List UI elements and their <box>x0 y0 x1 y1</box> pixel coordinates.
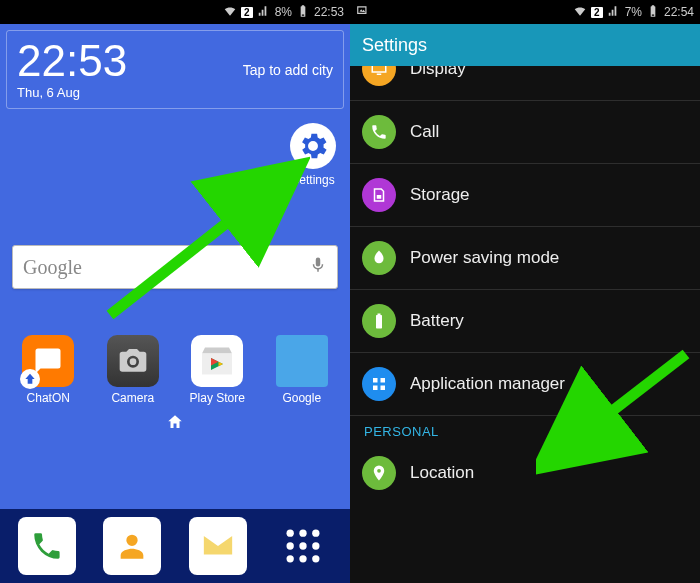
screenshot-icon <box>356 4 370 21</box>
power-saving-icon <box>362 241 396 275</box>
svg-point-7 <box>312 542 319 549</box>
svg-point-8 <box>287 555 294 562</box>
svg-point-6 <box>300 542 307 549</box>
settings-row-app-manager[interactable]: Application manager <box>350 353 700 416</box>
status-time: 22:54 <box>664 5 694 19</box>
svg-point-10 <box>312 555 319 562</box>
app-chaton[interactable]: ChatON <box>10 335 86 405</box>
svg-point-4 <box>312 530 319 537</box>
battery-icon <box>646 4 660 21</box>
clock-date: Thu, 6 Aug <box>17 85 127 100</box>
dock-apps[interactable] <box>274 517 332 575</box>
settings-section-personal: PERSONAL <box>350 416 700 441</box>
clock-weather-widget[interactable]: 22:53 Thu, 6 Aug Tap to add city <box>6 30 344 109</box>
apps-grid-icon <box>281 524 325 568</box>
app-label: Google <box>282 391 321 405</box>
app-label: Play Store <box>190 391 245 405</box>
settings-row-battery[interactable]: Battery <box>350 290 700 353</box>
app-google-folder[interactable]: Google <box>264 335 340 405</box>
settings-row-location[interactable]: Location <box>350 441 700 504</box>
settings-row-call[interactable]: Call <box>350 101 700 164</box>
mic-icon[interactable] <box>309 256 327 278</box>
app-camera[interactable]: Camera <box>95 335 171 405</box>
dock-contacts[interactable] <box>103 517 161 575</box>
call-icon <box>362 115 396 149</box>
battery-pct: 8% <box>275 5 292 19</box>
app-play-store[interactable]: Play Store <box>179 335 255 405</box>
home-screen: 2 8% 22:53 22:53 Thu, 6 Aug Tap to add c… <box>0 0 350 583</box>
sim-indicator: 2 <box>241 7 253 18</box>
status-time: 22:53 <box>314 5 344 19</box>
svg-rect-13 <box>381 378 386 383</box>
battery-pct: 7% <box>625 5 642 19</box>
app-bar: Settings <box>350 24 700 66</box>
settings-list[interactable]: Display Call Storage Power saving mode B… <box>350 66 700 583</box>
camera-icon <box>107 335 159 387</box>
sim-indicator: 2 <box>591 7 603 18</box>
settings-row-power-saving[interactable]: Power saving mode <box>350 227 700 290</box>
display-icon <box>362 66 396 86</box>
svg-point-9 <box>300 555 307 562</box>
settings-row-display[interactable]: Display <box>350 66 700 101</box>
settings-shortcut-label: Settings <box>290 173 336 187</box>
clock-time: 22:53 <box>17 39 127 83</box>
status-bar: 2 8% 22:53 <box>0 0 350 24</box>
dock-phone[interactable] <box>18 517 76 575</box>
location-icon <box>362 456 396 490</box>
dock-messages[interactable] <box>189 517 247 575</box>
signal-icon <box>257 4 271 21</box>
google-folder-icon <box>276 335 328 387</box>
settings-row-label: Battery <box>410 311 464 331</box>
svg-rect-12 <box>373 378 378 383</box>
svg-point-3 <box>300 530 307 537</box>
app-bar-title: Settings <box>362 35 427 56</box>
settings-row-label: Display <box>410 66 466 79</box>
status-bar: 2 7% 22:54 <box>350 0 700 24</box>
settings-row-label: Power saving mode <box>410 248 559 268</box>
svg-rect-15 <box>381 386 386 391</box>
settings-screen: 2 7% 22:54 Settings Display Call Storage… <box>350 0 700 583</box>
weather-hint[interactable]: Tap to add city <box>243 39 333 100</box>
dock <box>0 509 350 583</box>
svg-rect-14 <box>373 386 378 391</box>
signal-icon <box>607 4 621 21</box>
home-icon <box>166 413 184 431</box>
google-search-bar[interactable]: Google <box>12 245 338 289</box>
tutorial-arrow-1 <box>90 155 310 325</box>
app-manager-icon <box>362 367 396 401</box>
settings-row-label: Call <box>410 122 439 142</box>
wifi-icon <box>573 4 587 21</box>
settings-row-label: Application manager <box>410 374 565 394</box>
settings-shortcut[interactable]: Settings <box>290 123 336 187</box>
storage-icon <box>362 178 396 212</box>
chaton-icon <box>22 335 74 387</box>
page-indicator[interactable] <box>0 413 350 435</box>
app-row: ChatON Camera Play Store <box>0 335 350 405</box>
app-label: ChatON <box>27 391 70 405</box>
svg-point-5 <box>287 542 294 549</box>
svg-point-1 <box>129 358 136 365</box>
gear-icon <box>290 123 336 169</box>
settings-row-storage[interactable]: Storage <box>350 164 700 227</box>
play-store-icon <box>191 335 243 387</box>
svg-rect-11 <box>377 195 382 199</box>
battery-icon <box>296 4 310 21</box>
app-label: Camera <box>111 391 154 405</box>
svg-point-2 <box>287 530 294 537</box>
settings-row-label: Location <box>410 463 474 483</box>
settings-row-label: Storage <box>410 185 470 205</box>
battery-icon <box>362 304 396 338</box>
google-logo: Google <box>23 256 82 279</box>
wifi-icon <box>223 4 237 21</box>
